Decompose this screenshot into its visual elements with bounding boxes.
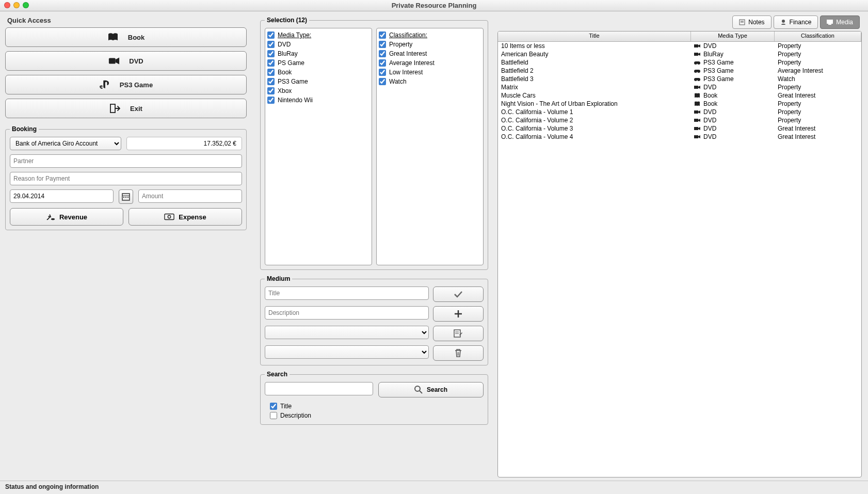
media-row-icon (694, 43, 700, 49)
tab-bar: Notes Finance Media (497, 15, 862, 29)
media-type-header-check[interactable]: Media Type: (267, 30, 369, 40)
cell-media-type: Book (691, 91, 775, 100)
medium-description-input[interactable] (265, 306, 429, 320)
media-type-item-label: PS Game (278, 59, 304, 67)
table-row[interactable]: O.C. California - Volume 1DVDProperty (498, 108, 861, 116)
book-button[interactable]: Book (5, 27, 247, 47)
selection-title: Selection (12) (265, 17, 309, 24)
medium-group: Medium (260, 275, 488, 365)
search-title-check[interactable]: Title (270, 402, 484, 411)
col-title[interactable]: Title (498, 31, 691, 41)
balance-display: 17.352,02 € (126, 137, 242, 150)
table-row[interactable]: Battlefield 2PS3 GameAverage Interest (498, 67, 861, 75)
media-row-icon (694, 68, 700, 73)
media-row-icon (694, 109, 700, 115)
svg-rect-0 (109, 58, 116, 64)
minimize-window-button[interactable] (13, 2, 20, 8)
dvd-button-label: DVD (129, 57, 143, 65)
revenue-button[interactable]: Revenue (10, 208, 123, 226)
table-row[interactable]: Muscle CarsBookGreat Interest (498, 91, 861, 100)
partner-input[interactable] (10, 154, 242, 168)
svg-rect-8 (165, 214, 174, 220)
classification-item-label: Property (389, 41, 412, 48)
classification-item-label: Great Interest (389, 50, 427, 57)
calendar-button[interactable] (119, 189, 133, 204)
booking-title: Booking (10, 125, 39, 133)
delete-button[interactable] (433, 345, 484, 361)
account-select[interactable]: Bank of America Giro Account (10, 137, 121, 150)
table-row[interactable]: O.C. California - Volume 2DVDProperty (498, 116, 861, 124)
media-type-item[interactable]: BluRay (267, 49, 369, 58)
cell-classification: Property (775, 116, 861, 124)
cell-media-type: PS3 Game (691, 67, 775, 75)
media-type-item-label: PS3 Game (278, 78, 308, 85)
table-row[interactable]: O.C. California - Volume 4DVDGreat Inter… (498, 133, 861, 141)
medium-title-input[interactable] (265, 286, 429, 300)
classification-item[interactable]: Property (379, 40, 481, 49)
classification-list: Classification: PropertyGreat InterestAv… (376, 28, 484, 265)
date-input[interactable] (10, 189, 114, 203)
table-row[interactable]: MatrixDVDProperty (498, 83, 861, 91)
search-button[interactable]: Search (378, 382, 484, 397)
reason-input[interactable] (10, 172, 242, 185)
classification-item[interactable]: Great Interest (379, 49, 481, 58)
table-row[interactable]: American BeautyBluRayProperty (498, 50, 861, 58)
tab-media[interactable]: Media (820, 15, 860, 29)
media-icon (827, 20, 833, 25)
classification-header-check[interactable]: Classification: (379, 30, 481, 40)
media-type-item[interactable]: Nintendo Wii (267, 95, 369, 105)
amount-input[interactable] (138, 189, 242, 203)
classification-item[interactable]: Low Interest (379, 68, 481, 77)
media-type-item[interactable]: PS Game (267, 58, 369, 68)
search-input[interactable] (265, 382, 373, 395)
media-type-item[interactable]: DVD (267, 40, 369, 49)
svg-rect-38 (694, 135, 698, 138)
table-row[interactable]: 10 Items or lessDVDProperty (498, 42, 861, 50)
edit-button[interactable] (433, 326, 484, 341)
ps3-game-button[interactable]: PS3 Game (5, 75, 247, 94)
expense-button[interactable]: Expense (128, 208, 242, 226)
classification-item[interactable]: Watch (379, 77, 481, 86)
media-type-item[interactable]: Book (267, 68, 369, 77)
col-media-type[interactable]: Media Type (691, 31, 775, 41)
media-row-icon (694, 126, 700, 131)
table-row[interactable]: Night Vision - The Art of Urban Explorat… (498, 100, 861, 108)
search-description-check[interactable]: Description (270, 411, 484, 420)
tab-media-label: Media (836, 19, 853, 26)
table-row[interactable]: BattlefieldPS3 GameProperty (498, 58, 861, 67)
cell-title: Battlefield (498, 58, 691, 67)
exit-button[interactable]: Exit (5, 99, 247, 118)
svg-rect-35 (694, 110, 698, 114)
classification-header: Classification: (389, 31, 427, 39)
calendar-icon (122, 193, 130, 201)
close-window-button[interactable] (4, 2, 10, 8)
confirm-button[interactable] (433, 286, 484, 302)
search-group: Search Search Title Description (260, 371, 488, 425)
media-type-item[interactable]: PS3 Game (267, 77, 369, 86)
classification-item[interactable]: Average Interest (379, 58, 481, 68)
medium-class-select[interactable] (265, 345, 429, 359)
media-row-icon (694, 52, 700, 57)
media-row-icon (694, 76, 700, 82)
zoom-window-button[interactable] (23, 2, 29, 8)
col-classification[interactable]: Classification (775, 31, 861, 41)
table-row[interactable]: Battlefield 3PS3 GameWatch (498, 75, 861, 83)
trash-icon (454, 349, 462, 357)
media-type-header: Media Type: (278, 31, 311, 39)
media-type-item[interactable]: Xbox (267, 86, 369, 95)
cell-title: O.C. California - Volume 1 (498, 108, 691, 116)
dvd-button[interactable]: DVD (5, 51, 247, 71)
table-row[interactable]: O.C. California - Volume 3DVDGreat Inter… (498, 124, 861, 133)
svg-point-9 (168, 215, 171, 218)
media-type-item-label: Nintendo Wii (278, 97, 313, 104)
media-row-icon (694, 118, 700, 123)
tab-notes[interactable]: Notes (732, 15, 771, 29)
cell-title: O.C. California - Volume 4 (498, 133, 691, 141)
medium-type-select[interactable] (265, 326, 429, 339)
cell-media-type: DVD (691, 83, 775, 91)
playstation-icon (99, 80, 110, 89)
add-button[interactable] (433, 306, 484, 322)
media-row-icon (694, 85, 700, 90)
svg-point-15 (415, 386, 420, 391)
tab-finance[interactable]: Finance (774, 15, 818, 29)
